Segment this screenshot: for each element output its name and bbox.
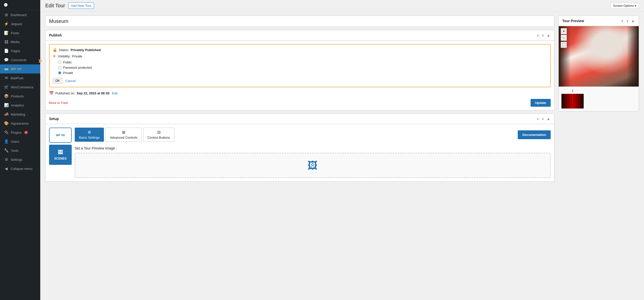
zoom-out-button[interactable]: - bbox=[561, 35, 567, 41]
appearance-nav-icon: 🎨 bbox=[4, 121, 9, 126]
status-row: 🔒 Status: Privately Published bbox=[53, 48, 547, 52]
sidebar: 🅦 ⊞Dashboard⚡Jetpack📝Posts🖼Media📄Pages💬C… bbox=[0, 0, 40, 300]
publish-footer: Move to Trash Update bbox=[49, 99, 551, 107]
setup-toggle[interactable]: ▲ bbox=[546, 116, 551, 121]
collapse-toggle-button[interactable]: ▲ bbox=[546, 33, 551, 38]
publish-metabox-title: Publish bbox=[49, 33, 62, 37]
sidebar-item-dashboard[interactable]: ⊞Dashboard bbox=[0, 10, 40, 19]
sidebar-item-plugins[interactable]: 🔌Plugins4 bbox=[0, 128, 40, 137]
collapse-down-button[interactable]: ∨ bbox=[541, 33, 545, 38]
radio-private-label: Private bbox=[63, 71, 73, 75]
visibility-row: 👁 Visibility: Private bbox=[53, 54, 547, 58]
visibility-value: Private bbox=[72, 54, 82, 58]
sidebar-label-collapse: Collapse menu bbox=[11, 167, 32, 171]
settings-icon: ⚙ bbox=[88, 130, 91, 135]
documentation-button[interactable]: Documentation bbox=[518, 130, 551, 139]
marketing-nav-icon: 📣 bbox=[4, 112, 9, 117]
sidebar-item-settings[interactable]: ⚙Settings bbox=[0, 155, 40, 164]
sidebar-item-woocommerce[interactable]: 🛒WooCommerce bbox=[0, 83, 40, 92]
analytics-nav-icon: 📊 bbox=[4, 103, 9, 107]
sidebar-label-jetpack: Jetpack bbox=[11, 22, 22, 26]
published-date: Sep 22, 2023 at 06:30 bbox=[77, 91, 109, 95]
setup-metabox-controls: ∧ ∨ ▲ bbox=[536, 116, 551, 121]
preview-zoom-controls: + - ⛶ bbox=[561, 28, 567, 48]
tab-advanced-controls[interactable]: ⊞ Advanced Controls bbox=[105, 128, 142, 142]
sidebar-item-products[interactable]: 📦Products bbox=[0, 92, 40, 101]
radio-password[interactable]: Password protected bbox=[58, 66, 547, 69]
setup-body: WP VR 🖼 SCENES ⚙ Basic Setti bbox=[46, 124, 554, 181]
sidebar-item-analytics[interactable]: 📊Analytics bbox=[0, 101, 40, 110]
sidebar-item-marketing[interactable]: 📣Marketing bbox=[0, 110, 40, 119]
eye-icon: 👁 bbox=[53, 54, 56, 58]
sidebar-item-pages[interactable]: 📄Pages bbox=[0, 46, 40, 55]
collapse-up-button[interactable]: ∧ bbox=[536, 33, 540, 38]
posts-nav-icon: 📝 bbox=[4, 31, 9, 35]
visibility-radio-group: Public Password protected Private bbox=[58, 60, 547, 75]
screen-options-button[interactable]: Screen Options ▾ bbox=[610, 3, 639, 9]
tab-control-label: Control Buttons bbox=[147, 136, 170, 139]
scenes-button[interactable]: 🖼 SCENES bbox=[49, 145, 72, 165]
setup-metabox: Setup ∧ ∨ ▲ WP VR 🖼 bbox=[45, 114, 554, 182]
preview-collapse-up[interactable]: ∧ bbox=[621, 18, 624, 23]
sidebar-item-tools[interactable]: 🔧Tools bbox=[0, 146, 40, 155]
content-area: Publish ∧ ∨ ▲ 🔒 Status: Privately Publis… bbox=[40, 12, 644, 300]
sidebar-item-mailpoet[interactable]: ✉MailPoet bbox=[0, 73, 40, 83]
setup-tabs: ⚙ Basic Settings ⊞ Advanced Controls ⊟ C… bbox=[75, 128, 551, 142]
jetpack-nav-icon: ⚡ bbox=[4, 22, 9, 26]
add-new-button[interactable]: Add New Tour bbox=[68, 3, 94, 9]
popup-actions: OK Cancel bbox=[53, 78, 547, 84]
radio-private[interactable]: Private bbox=[58, 71, 547, 75]
update-button[interactable]: Update bbox=[531, 99, 551, 107]
setup-collapse-up[interactable]: ∧ bbox=[536, 116, 540, 121]
lock-icon: 🔒 bbox=[53, 48, 57, 52]
sidebar-label-posts: Posts bbox=[11, 31, 19, 35]
cancel-button[interactable]: Cancel bbox=[64, 78, 76, 84]
sidebar-label-products: Products bbox=[11, 94, 24, 98]
sidebar-item-appearance[interactable]: 🎨Appearance bbox=[0, 119, 40, 128]
thumbnail-image[interactable] bbox=[561, 94, 584, 109]
zoom-in-button[interactable]: + bbox=[561, 28, 567, 34]
image-upload-area[interactable]: 🖼 bbox=[75, 153, 551, 178]
wpvr-logo-text: WP VR bbox=[56, 134, 65, 137]
sidebar-label-users: Users bbox=[11, 140, 19, 143]
settings-nav-icon: ⚙ bbox=[4, 157, 9, 162]
preview-image-label: Set a Tour Preview Image : bbox=[75, 146, 551, 150]
sidebar-label-comments: Comments bbox=[11, 58, 27, 62]
setup-metabox-title: Setup bbox=[49, 117, 59, 121]
tour-preview-metabox: Tour Preview ∧ ∨ ▲ + - ⛶ bbox=[558, 16, 639, 111]
sidebar-item-jetpack[interactable]: ⚡Jetpack bbox=[0, 19, 40, 28]
pages-nav-icon: 📄 bbox=[4, 49, 9, 53]
sidebar-item-users[interactable]: 👤Users bbox=[0, 137, 40, 146]
wpvr-logo: WP VR bbox=[49, 128, 72, 143]
plugins-nav-icon: 🔌 bbox=[4, 130, 9, 135]
calendar-icon: 📅 bbox=[49, 91, 54, 95]
wp-logo: 🅦 bbox=[4, 3, 8, 7]
preview-collapse-down[interactable]: ∨ bbox=[626, 18, 629, 23]
ok-button[interactable]: OK bbox=[53, 78, 62, 84]
preview-toggle[interactable]: ▲ bbox=[631, 18, 635, 23]
tour-preview-image: + - ⛶ bbox=[559, 26, 639, 87]
edit-date-link[interactable]: Edit bbox=[112, 91, 117, 95]
topbar: Edit Tour Add New Tour Screen Options ▾ bbox=[40, 0, 644, 12]
control-icon: ⊟ bbox=[157, 130, 160, 135]
sidebar-item-wpvr[interactable]: 🥽WP VR bbox=[0, 64, 40, 73]
page-title: Edit Tour bbox=[45, 3, 65, 9]
plugins-badge: 4 bbox=[24, 131, 28, 134]
tab-control-buttons[interactable]: ⊟ Control Buttons bbox=[143, 128, 174, 142]
fullscreen-button[interactable]: ⛶ bbox=[561, 42, 567, 48]
products-nav-icon: 📦 bbox=[4, 94, 9, 98]
sidebar-label-dashboard: Dashboard bbox=[11, 13, 27, 17]
sidebar-item-comments[interactable]: 💬Comments bbox=[0, 55, 40, 64]
thumb-inner bbox=[561, 94, 584, 108]
sidebar-item-collapse[interactable]: ◀Collapse menu bbox=[0, 164, 40, 173]
radio-public[interactable]: Public bbox=[58, 60, 547, 64]
mailpoet-nav-icon: ✉ bbox=[4, 76, 9, 80]
tour-title-input[interactable] bbox=[45, 16, 554, 27]
scenes-icon: 🖼 bbox=[58, 149, 63, 155]
sidebar-item-posts[interactable]: 📝Posts bbox=[0, 28, 40, 38]
sidebar-label-mailpoet: MailPoet bbox=[11, 76, 23, 80]
tab-basic-settings[interactable]: ⚙ Basic Settings bbox=[75, 128, 104, 142]
sidebar-item-media[interactable]: 🖼Media bbox=[0, 38, 40, 46]
setup-collapse-down[interactable]: ∨ bbox=[541, 116, 545, 121]
move-to-trash-button[interactable]: Move to Trash bbox=[49, 101, 68, 105]
